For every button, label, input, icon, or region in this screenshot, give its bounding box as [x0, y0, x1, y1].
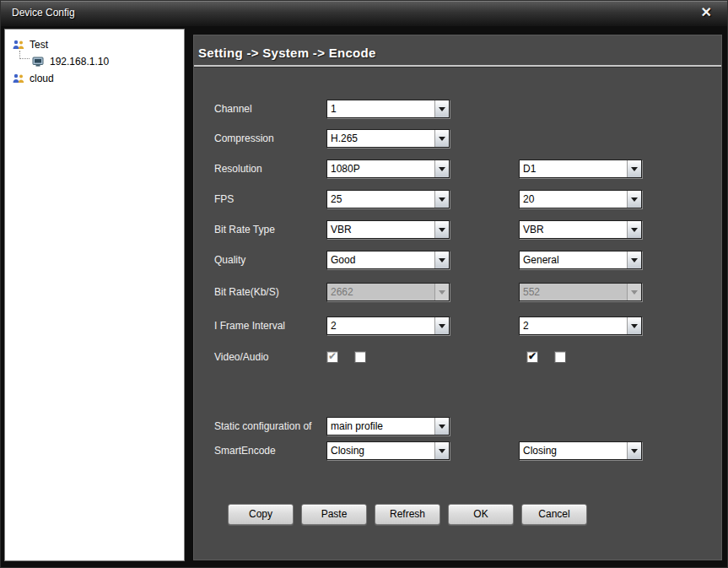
i-frame-interval-label: I Frame Interval	[214, 320, 326, 332]
encode-settings-panel: Setting -> System -> Encode Channel 1 Co…	[193, 35, 722, 560]
chevron-down-icon[interactable]	[434, 191, 449, 208]
i-frame-interval-select-main[interactable]: 2	[326, 316, 450, 335]
quality-value-main: Good	[327, 252, 434, 268]
bit-rate-label: Bit Rate(Kb/S)	[214, 286, 326, 298]
compression-select[interactable]: H.265	[326, 129, 450, 148]
titlebar[interactable]: Device Config ✕	[1, 1, 727, 26]
chevron-down-icon[interactable]	[434, 317, 449, 334]
smart-encode-value-main: Closing	[327, 442, 434, 459]
group-icon	[12, 73, 25, 84]
static-config-row: Static configuration of main profile	[214, 417, 450, 435]
header-divider	[194, 65, 721, 67]
refresh-button[interactable]: Refresh	[375, 504, 440, 525]
resolution-row: Resolution 1080P D1	[214, 160, 642, 178]
fps-select-sub[interactable]: 20	[519, 190, 642, 208]
resolution-label: Resolution	[214, 163, 326, 175]
chevron-down-icon[interactable]	[627, 191, 641, 208]
chevron-down-icon[interactable]	[627, 252, 641, 268]
close-icon[interactable]: ✕	[701, 5, 712, 20]
chevron-down-icon[interactable]	[627, 442, 641, 459]
compression-label: Compression	[214, 133, 326, 144]
fps-select-main[interactable]: 25	[326, 190, 450, 208]
breadcrumb: Setting -> System -> Encode	[198, 46, 376, 60]
ok-button[interactable]: OK	[448, 504, 514, 525]
tree-item-label: 192.168.1.10	[50, 56, 109, 68]
i-frame-interval-value-main: 2	[327, 317, 434, 334]
video-checkbox-sub[interactable]	[526, 351, 538, 363]
smart-encode-select-main[interactable]: Closing	[326, 441, 450, 460]
group-icon	[12, 40, 25, 50]
bit-rate-row: Bit Rate(Kb/S) 2662 552	[214, 283, 642, 301]
video-checkbox-main	[326, 351, 338, 363]
chevron-down-icon[interactable]	[434, 100, 449, 117]
bit-rate-type-row: Bit Rate Type VBR VBR	[214, 220, 642, 239]
compression-row: Compression H.265	[214, 129, 450, 148]
chevron-down-icon[interactable]	[434, 442, 449, 459]
smart-encode-value-sub: Closing	[520, 442, 627, 459]
chevron-down-icon[interactable]	[434, 221, 449, 238]
copy-button[interactable]: Copy	[228, 504, 294, 525]
tree-item-label: cloud	[30, 73, 54, 84]
fps-row: FPS 25 20	[214, 190, 642, 208]
static-config-value: main profile	[327, 418, 434, 435]
tree-item-cloud[interactable]: cloud	[5, 70, 184, 87]
chevron-down-icon[interactable]	[627, 160, 641, 177]
smart-encode-row: SmartEncode Closing Closing	[214, 441, 642, 460]
static-config-select[interactable]: main profile	[326, 417, 450, 435]
video-audio-label: Video/Audio	[214, 351, 326, 363]
cancel-button[interactable]: Cancel	[521, 504, 587, 525]
chevron-down-icon	[434, 284, 449, 300]
bit-rate-type-value-main: VBR	[327, 221, 434, 238]
resolution-select-sub[interactable]: D1	[519, 160, 642, 178]
chevron-down-icon[interactable]	[434, 130, 449, 147]
i-frame-interval-row: I Frame Interval 2 2	[214, 316, 642, 335]
quality-row: Quality Good General	[214, 251, 642, 269]
chevron-down-icon[interactable]	[627, 221, 641, 238]
quality-label: Quality	[214, 254, 326, 266]
i-frame-interval-value-sub: 2	[520, 317, 627, 334]
tree-item-label: Test	[30, 39, 48, 51]
i-frame-interval-select-sub[interactable]: 2	[519, 316, 642, 335]
bit-rate-value-sub: 552	[520, 284, 627, 300]
fps-value-main: 25	[327, 191, 434, 208]
bit-rate-value-main: 2662	[327, 284, 434, 300]
window-title: Device Config	[12, 7, 75, 19]
resolution-select-main[interactable]: 1080P	[326, 160, 450, 178]
tree-item-test[interactable]: Test	[5, 36, 184, 53]
bit-rate-type-select-sub[interactable]: VBR	[519, 220, 642, 239]
device-icon	[32, 57, 46, 68]
action-buttons: Copy Paste Refresh OK Cancel	[228, 504, 595, 525]
quality-select-sub[interactable]: General	[519, 251, 642, 269]
bit-rate-select-main: 2662	[326, 283, 450, 301]
tree-item-device-ip[interactable]: 192.168.1.10	[5, 53, 184, 70]
tree-connector	[19, 51, 30, 59]
audio-checkbox-sub[interactable]	[554, 351, 566, 363]
resolution-value-main: 1080P	[327, 160, 434, 177]
bit-rate-type-select-main[interactable]: VBR	[326, 220, 450, 239]
bit-rate-type-label: Bit Rate Type	[214, 224, 326, 235]
video-audio-row: Video/Audio	[214, 348, 566, 366]
channel-row: Channel 1	[214, 100, 450, 118]
quality-value-sub: General	[520, 252, 627, 268]
fps-label: FPS	[214, 193, 326, 205]
quality-select-main[interactable]: Good	[326, 251, 450, 269]
device-tree: Test 192.168.1.10 cl	[4, 29, 185, 561]
chevron-down-icon[interactable]	[434, 418, 449, 435]
chevron-down-icon[interactable]	[434, 160, 449, 177]
channel-value: 1	[327, 100, 434, 117]
compression-value: H.265	[327, 130, 434, 147]
chevron-down-icon	[627, 284, 641, 300]
static-config-label: Static configuration of	[214, 420, 326, 432]
chevron-down-icon[interactable]	[627, 317, 641, 334]
chevron-down-icon[interactable]	[434, 252, 449, 268]
bit-rate-select-sub: 552	[519, 283, 642, 301]
device-config-window: Device Config ✕ Test	[0, 0, 728, 568]
channel-select[interactable]: 1	[326, 100, 450, 118]
channel-label: Channel	[214, 103, 326, 115]
paste-button[interactable]: Paste	[301, 504, 367, 525]
audio-checkbox-main[interactable]	[354, 351, 366, 363]
smart-encode-select-sub[interactable]: Closing	[519, 441, 642, 460]
smart-encode-label: SmartEncode	[214, 445, 326, 457]
resolution-value-sub: D1	[520, 160, 627, 177]
bit-rate-type-value-sub: VBR	[520, 221, 627, 238]
